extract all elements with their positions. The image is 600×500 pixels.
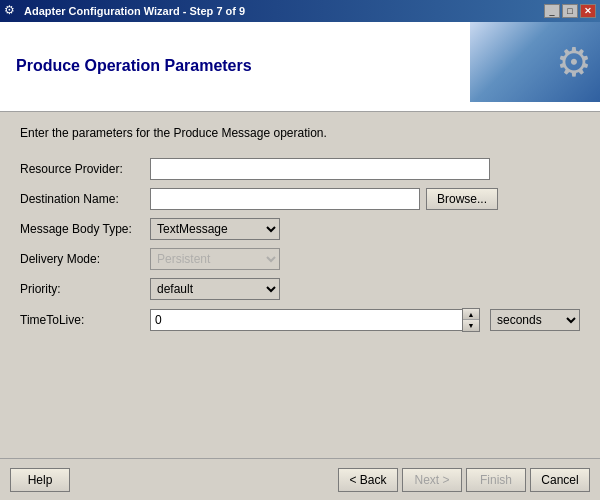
finish-button[interactable]: Finish bbox=[466, 468, 526, 492]
resource-provider-input[interactable] bbox=[150, 158, 490, 180]
browse-button[interactable]: Browse... bbox=[426, 188, 498, 210]
spinner-up-button[interactable]: ▲ bbox=[463, 309, 479, 320]
page-title: Produce Operation Parameters bbox=[16, 56, 252, 77]
priority-cell: default 012 345 6789 bbox=[150, 274, 580, 304]
next-button[interactable]: Next > bbox=[402, 468, 462, 492]
destination-name-input[interactable] bbox=[150, 188, 420, 210]
minimize-button[interactable]: _ bbox=[544, 4, 560, 18]
destination-name-label: Destination Name: bbox=[20, 187, 150, 211]
time-to-live-cell: ▲ ▼ seconds minutes hours milliseconds bbox=[150, 304, 580, 336]
destination-name-cell: Browse... bbox=[150, 184, 580, 214]
content-area: Enter the parameters for the Produce Mes… bbox=[0, 112, 600, 458]
footer-right: < Back Next > Finish Cancel bbox=[338, 468, 590, 492]
time-unit-select[interactable]: seconds minutes hours milliseconds bbox=[490, 309, 580, 331]
gear-icon: ⚙ bbox=[556, 39, 592, 85]
help-button[interactable]: Help bbox=[10, 468, 70, 492]
delivery-mode-select[interactable]: Persistent Non-Persistent bbox=[150, 248, 280, 270]
resource-provider-cell bbox=[150, 154, 580, 184]
resource-provider-label: Resource Provider: bbox=[20, 157, 150, 181]
form-grid: Resource Provider: Destination Name: Bro… bbox=[20, 154, 580, 336]
time-to-live-label: TimeToLive: bbox=[20, 308, 150, 332]
cancel-button[interactable]: Cancel bbox=[530, 468, 590, 492]
priority-select[interactable]: default 012 345 6789 bbox=[150, 278, 280, 300]
header-area: Produce Operation Parameters ⚙ bbox=[0, 22, 600, 112]
message-body-type-cell: TextMessage BytesMessage MapMessage Obje… bbox=[150, 214, 580, 244]
title-text: Adapter Configuration Wizard - Step 7 of… bbox=[24, 5, 245, 17]
footer-area: Help < Back Next > Finish Cancel bbox=[0, 458, 600, 500]
header-image: ⚙ bbox=[470, 22, 600, 102]
window-body: Produce Operation Parameters ⚙ Enter the… bbox=[0, 22, 600, 500]
delivery-mode-cell: Persistent Non-Persistent bbox=[150, 244, 580, 274]
spinner-buttons: ▲ ▼ bbox=[462, 308, 480, 332]
app-icon: ⚙ bbox=[4, 3, 20, 19]
message-body-type-select[interactable]: TextMessage BytesMessage MapMessage Obje… bbox=[150, 218, 280, 240]
title-bar-buttons: _ □ ✕ bbox=[544, 4, 596, 18]
delivery-mode-label: Delivery Mode: bbox=[20, 247, 150, 271]
footer-left: Help bbox=[10, 468, 70, 492]
close-button[interactable]: ✕ bbox=[580, 4, 596, 18]
back-button[interactable]: < Back bbox=[338, 468, 398, 492]
description-text: Enter the parameters for the Produce Mes… bbox=[20, 126, 580, 140]
spinner-down-button[interactable]: ▼ bbox=[463, 320, 479, 331]
message-body-type-label: Message Body Type: bbox=[20, 217, 150, 241]
time-to-live-spinner: ▲ ▼ bbox=[150, 308, 480, 332]
time-to-live-input[interactable] bbox=[150, 309, 462, 331]
maximize-button[interactable]: □ bbox=[562, 4, 578, 18]
title-bar: ⚙ Adapter Configuration Wizard - Step 7 … bbox=[0, 0, 600, 22]
priority-label: Priority: bbox=[20, 277, 150, 301]
